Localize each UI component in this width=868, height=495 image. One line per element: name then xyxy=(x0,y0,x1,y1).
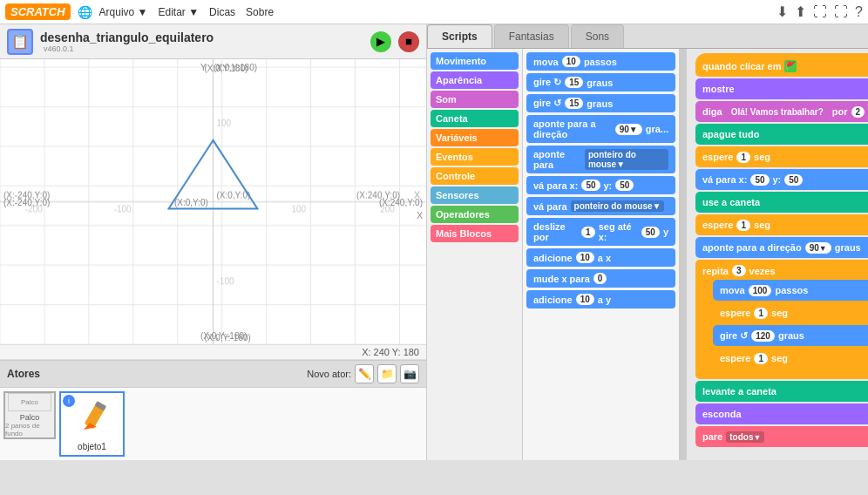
block-espere-2[interactable]: espere 1 seg xyxy=(695,214,868,235)
scripts-area: Movimento Aparência Som Caneta Variáveis… xyxy=(427,49,868,460)
palette-block-move[interactable]: mova 10 passos xyxy=(526,52,675,71)
fullscreen-icon[interactable]: ⛶ xyxy=(813,4,827,20)
photo-actor-button[interactable]: 📷 xyxy=(400,364,419,383)
block-palette: mova 10 passos gire ↻ 15 graus gire ↺ 15… xyxy=(523,49,680,460)
categories-panel: Movimento Aparência Som Caneta Variáveis… xyxy=(427,49,523,460)
palette-block-turn-cw[interactable]: gire ↻ 15 graus xyxy=(526,73,675,92)
block-va-para-xy[interactable]: vá para x: 50 y: 50 xyxy=(695,169,868,190)
project-icon: 📋 xyxy=(7,29,33,55)
version-label: v460.0.1 xyxy=(40,44,370,53)
title-actions: ▶ ■ xyxy=(370,31,419,52)
block-repita[interactable]: repita 3 vezes mova 100 passos espere 1 … xyxy=(695,260,868,379)
actor-badge: i xyxy=(63,395,75,407)
block-mostre[interactable]: mostre xyxy=(695,78,868,99)
new-actor-label: Novo ator: xyxy=(307,369,351,379)
actors-title: Atores xyxy=(7,368,40,380)
block-mova-100[interactable]: mova 100 passos xyxy=(713,280,868,301)
topbar-nav: Arquivo ▼ Editar ▼ Dicas Sobre xyxy=(99,6,275,18)
tab-fantasias[interactable]: Fantasias xyxy=(494,24,569,48)
menu-sobre[interactable]: Sobre xyxy=(246,6,274,18)
palette-scrollbar[interactable] xyxy=(680,49,687,460)
right-panel: Scripts Fantasias Sons Movimento Aparênc… xyxy=(427,24,868,460)
stage-canvas: Y (X:0,Y:180) (X:-240,Y:0) (X:0,Y:0) (X:… xyxy=(0,59,426,345)
scratch-logo[interactable]: SCRATCH xyxy=(5,3,71,20)
actor-item[interactable]: i objeto1 xyxy=(59,391,125,457)
palette-block-set-x[interactable]: mude x para 0 xyxy=(526,269,675,288)
palette-block-change-x[interactable]: adicione 10 a x xyxy=(526,248,675,267)
category-data[interactable]: Variáveis xyxy=(431,129,519,146)
block-esconda[interactable]: esconda xyxy=(695,403,868,424)
left-coord-label: (X:-240,Y:0) xyxy=(3,197,50,207)
palette-block-point-dir[interactable]: aponte para a direção 90▼ gra... xyxy=(526,115,675,143)
upload-actor-button[interactable]: 📁 xyxy=(377,364,397,383)
help-icon[interactable]: ? xyxy=(855,4,863,20)
category-looks[interactable]: Aparência xyxy=(431,71,519,89)
triangle-drawing xyxy=(0,59,426,344)
palette-block-change-y[interactable]: adicione 10 a y xyxy=(526,290,675,309)
x-coord: X: 240 xyxy=(362,347,390,357)
download-icon[interactable]: ⬇ xyxy=(776,3,788,20)
palette-block-point-towards[interactable]: aponte para ponteiro do mouse▼ xyxy=(526,146,675,173)
actors-panel: Atores Novo ator: ✏️ 📁 📷 Palco Palco 2 p… xyxy=(0,360,426,460)
category-sound[interactable]: Som xyxy=(431,91,519,108)
category-control[interactable]: Controle xyxy=(431,167,519,185)
stage-area: 📋 desenha_triangulo_equilatero v460.0.1 … xyxy=(0,24,427,460)
x-axis-label: X xyxy=(417,211,423,220)
block-gire-120[interactable]: gire ↺ 120 graus xyxy=(713,325,868,346)
menu-editar[interactable]: Editar ▼ xyxy=(159,6,200,18)
tabs-bar: Scripts Fantasias Sons xyxy=(427,24,868,49)
script-stack: quando clicar em 🚩 mostre diga Olá! Vamo… xyxy=(695,53,868,447)
block-when-flag[interactable]: quando clicar em 🚩 xyxy=(695,53,868,77)
block-use-caneta[interactable]: use a caneta xyxy=(695,192,868,213)
y-coord: Y: 180 xyxy=(392,347,419,357)
block-levante-caneta[interactable]: levante a caneta xyxy=(695,381,868,402)
loop-bottom xyxy=(699,370,868,376)
fullscreen2-icon[interactable]: ⛶ xyxy=(834,4,848,20)
right-coord-label: (X:240,Y:0) xyxy=(379,197,423,207)
project-title: desenha_triangulo_equilatero xyxy=(40,31,370,44)
category-pen[interactable]: Caneta xyxy=(431,110,519,127)
block-espere-4[interactable]: espere 1 seg xyxy=(713,348,868,369)
paint-actor-button[interactable]: ✏️ xyxy=(355,364,374,383)
topbar-icons: ⬇ ⬆ ⛶ ⛶ ? xyxy=(776,3,863,20)
stage-label-text: Palco xyxy=(20,413,40,422)
menu-arquivo[interactable]: Arquivo ▼ xyxy=(99,6,148,18)
palette-block-goto-xy[interactable]: vá para x: 50 y: 50 xyxy=(526,176,675,194)
category-sensing[interactable]: Sensores xyxy=(431,186,519,204)
stage-thumb-preview: Palco xyxy=(8,393,51,411)
block-apague-tudo[interactable]: apague tudo xyxy=(695,124,868,145)
palette-block-goto[interactable]: vá para ponteiro do mouse▼ xyxy=(526,197,675,215)
script-workspace[interactable]: quando clicar em 🚩 mostre diga Olá! Vamo… xyxy=(687,49,868,460)
y-axis-label: Y xyxy=(200,63,207,72)
block-pare[interactable]: pare todos▼ xyxy=(695,426,868,447)
block-aponte-dir[interactable]: aponte para a direção 90▼ graus xyxy=(695,237,868,258)
bottom-coord-label: (X:0,Y:-180) xyxy=(200,331,247,341)
main-area: 📋 desenha_triangulo_equilatero v460.0.1 … xyxy=(0,24,868,460)
category-operators[interactable]: Operadores xyxy=(431,206,519,223)
titlebar: 📋 desenha_triangulo_equilatero v460.0.1 … xyxy=(0,24,426,59)
palette-block-turn-ccw[interactable]: gire ↺ 15 graus xyxy=(526,94,675,112)
category-events[interactable]: Eventos xyxy=(431,148,519,166)
actor-name: objeto1 xyxy=(78,442,106,451)
globe-icon: 🌐 xyxy=(78,5,92,19)
tab-scripts[interactable]: Scripts xyxy=(427,24,492,48)
actors-list: Palco Palco 2 panos de fundo i objeto1 xyxy=(0,388,426,460)
upload-icon[interactable]: ⬆ xyxy=(795,3,806,20)
run-button[interactable]: ▶ xyxy=(370,31,391,52)
block-espere-1[interactable]: espere 1 seg xyxy=(695,146,868,167)
palette-block-glide[interactable]: deslize por 1 seg até x: 50 y xyxy=(526,218,675,246)
actors-header: Atores Novo ator: ✏️ 📁 📷 xyxy=(0,361,426,388)
stage-thumbnail[interactable]: Palco Palco 2 panos de fundo xyxy=(3,391,56,439)
category-more[interactable]: Mais Blocos xyxy=(431,225,519,242)
block-espere-3[interactable]: espere 1 seg xyxy=(713,302,868,323)
menu-dicas[interactable]: Dicas xyxy=(209,6,235,18)
category-motion[interactable]: Movimento xyxy=(431,52,519,70)
actor-sprite xyxy=(71,397,114,440)
new-actor-section: Novo ator: ✏️ 📁 📷 xyxy=(307,364,419,383)
center-coord-label: (X:0,Y:0) xyxy=(174,197,208,207)
top-coord-label: (X:0,Y:180) xyxy=(214,63,257,72)
block-diga[interactable]: diga Olá! Vamos trabalhar? por 2 segundo… xyxy=(695,101,868,122)
stop-button[interactable]: ■ xyxy=(398,31,419,52)
coord-display: X: 240 Y: 180 xyxy=(0,345,426,360)
tab-sons[interactable]: Sons xyxy=(571,24,624,48)
